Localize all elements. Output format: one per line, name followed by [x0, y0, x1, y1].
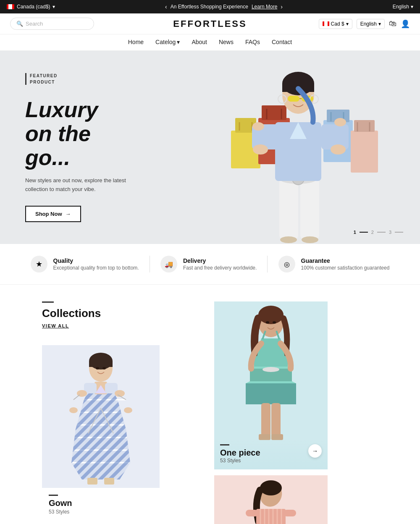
nav-home[interactable]: Home [128, 39, 144, 45]
page-1[interactable]: 1 [354, 230, 356, 235]
svg-point-26 [253, 144, 268, 155]
header: 🔍 Search EFFORTLESS Cad $ ▾ English ▾ 🛍 … [0, 13, 420, 34]
svg-rect-12 [351, 131, 378, 173]
site-logo[interactable]: EFFORTLESS [173, 18, 247, 29]
promo-text: An Effortless Shopping Experience [171, 4, 248, 10]
currency-selector[interactable]: Cad $ ▾ [319, 19, 352, 29]
svg-point-54 [96, 367, 99, 369]
collections-title: Collections [42, 307, 202, 320]
cart-button[interactable]: 🛍 [389, 19, 396, 28]
quality-icon: ★ [31, 256, 47, 272]
feature-divider-2 [267, 256, 268, 272]
one-piece-arrow-button[interactable]: → [308, 444, 322, 458]
svg-rect-16 [279, 177, 298, 240]
canada-flag-icon [7, 4, 14, 9]
search-bar[interactable]: 🔍 Search [10, 18, 94, 30]
svg-rect-5 [262, 105, 286, 120]
language-label: English [360, 21, 377, 27]
svg-rect-67 [271, 403, 281, 437]
hero-content: FEATURED PRODUCT Luxuryon the go... New … [0, 56, 160, 239]
hero-image [176, 51, 420, 244]
delivery-title: Delivery [183, 257, 257, 264]
guarantee-icon: ◎ [278, 256, 295, 272]
delivery-desc: Fast and free delivery worldwide. [183, 265, 257, 271]
delivery-icon: 🚚 [160, 256, 177, 272]
main-nav: Home Catelog ▾ About News FAQs Contact [0, 34, 420, 51]
gown-figure-svg [42, 345, 160, 488]
hero-title: Luxuryon the go... [25, 98, 134, 170]
page-dot-1 [360, 232, 368, 233]
view-all-link[interactable]: VIEW ALL [42, 323, 69, 328]
feature-delivery-text: Delivery Fast and free delivery worldwid… [183, 257, 257, 271]
feature-delivery: 🚚 Delivery Fast and free delivery worldw… [160, 256, 257, 272]
currency-flag-icon [323, 21, 329, 26]
top-language-label: English [393, 4, 409, 10]
page-dot-3 [395, 232, 403, 233]
gown-styles: 53 Styles [49, 509, 195, 515]
svg-point-28 [252, 122, 264, 131]
language-dropdown-icon: ▾ [378, 21, 381, 27]
gown-name: Gown [49, 498, 195, 508]
region-selector[interactable]: Canada (cad$) ▾ [7, 4, 55, 10]
svg-point-55 [102, 367, 106, 369]
region-label: Canada (cad$) [17, 4, 50, 10]
hero-subtitle: New styles are out now, explore the late… [25, 176, 126, 194]
search-placeholder: Search [26, 21, 43, 27]
top-language-dropdown-icon: ▾ [411, 4, 413, 10]
promo-bar: ‹ An Effortless Shopping Experience Lear… [165, 3, 283, 10]
collections-header: Collections VIEW ALL [42, 301, 202, 337]
svg-point-70 [266, 321, 269, 324]
collections-right: One piece 53 Styles → [214, 301, 407, 524]
top-bar: Canada (cad$) ▾ ‹ An Effortless Shopping… [0, 0, 420, 13]
header-controls: Cad $ ▾ English ▾ 🛍 👤 [318, 19, 410, 29]
quality-title: Quality [53, 257, 139, 264]
one-piece-figure-svg [214, 301, 328, 444]
pink-collection-card[interactable] [214, 475, 328, 524]
svg-point-65 [262, 367, 279, 372]
gown-collection-label: Gown 53 Styles [42, 488, 202, 521]
guarantee-title: Guarantee [301, 257, 390, 264]
collections-left: Collections VIEW ALL [42, 301, 202, 524]
learn-more-link[interactable]: Learn More [252, 4, 277, 10]
page-3[interactable]: 3 [389, 230, 391, 235]
nav-contact[interactable]: Contact [272, 39, 292, 45]
svg-line-50 [74, 395, 80, 400]
search-area: 🔍 Search [10, 18, 102, 30]
nav-faqs[interactable]: FAQs [245, 39, 260, 45]
region-dropdown-icon: ▾ [52, 4, 55, 10]
top-language-selector[interactable]: English ▾ [393, 4, 413, 10]
nav-about[interactable]: About [192, 39, 207, 45]
arrow-right-icon: → [66, 211, 71, 217]
svg-rect-53 [104, 478, 114, 485]
svg-rect-17 [300, 177, 319, 240]
svg-point-57 [124, 407, 132, 413]
hero-section: FEATURED PRODUCT Luxuryon the go... New … [0, 51, 420, 244]
quality-desc: Exceptional quality from top to bottom. [53, 265, 139, 271]
collections-bar-icon [42, 301, 54, 303]
gown-collection-card[interactable]: Gown 53 Styles [42, 345, 202, 521]
account-button[interactable]: 👤 [401, 19, 410, 29]
promo-prev-button[interactable]: ‹ [165, 3, 167, 10]
svg-point-59 [258, 306, 284, 324]
pink-figure-svg [214, 475, 328, 524]
svg-point-27 [331, 144, 346, 155]
collections-section: Collections VIEW ALL [0, 285, 420, 524]
features-bar: ★ Quality Exceptional quality from top t… [0, 244, 420, 285]
svg-rect-81 [246, 510, 258, 516]
feature-quality-text: Quality Exceptional quality from top to … [53, 257, 139, 271]
currency-dropdown-icon: ▾ [346, 21, 349, 27]
nav-news[interactable]: News [219, 39, 234, 45]
hero-figure-svg [197, 55, 399, 244]
gown-card-image [42, 345, 160, 488]
guarantee-desc: 100% customer satisfaction guaranteed [301, 265, 390, 271]
one-piece-card[interactable]: One piece 53 Styles → [214, 301, 328, 469]
shop-now-button[interactable]: Shop Now → [25, 206, 81, 222]
feature-divider-1 [150, 256, 150, 272]
page-2[interactable]: 2 [371, 230, 374, 235]
svg-point-19 [302, 236, 318, 243]
catelog-dropdown-icon: ▾ [177, 39, 180, 45]
featured-label: FEATURED PRODUCT [25, 73, 134, 85]
nav-catelog[interactable]: Catelog ▾ [155, 39, 180, 45]
promo-next-button[interactable]: › [281, 3, 283, 10]
language-selector[interactable]: English ▾ [357, 19, 385, 29]
